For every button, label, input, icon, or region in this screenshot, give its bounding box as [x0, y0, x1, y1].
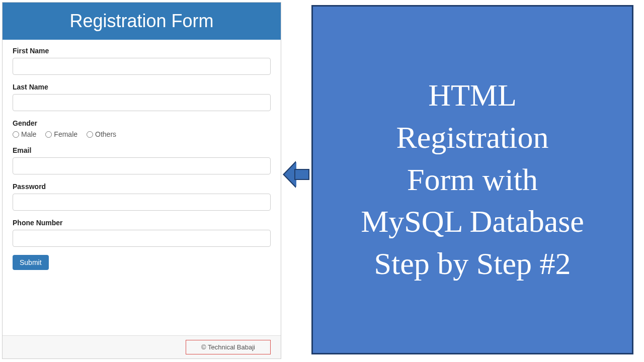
gender-male-radio[interactable] [13, 131, 19, 138]
form-title: Registration Form [3, 3, 281, 40]
form-body: First Name Last Name Gender Male Female [3, 40, 281, 335]
slide-title: HTML Registration Form with MySQL Databa… [361, 74, 584, 285]
copyright-text: © Technical Babaji [186, 340, 271, 354]
gender-male-label: Male [21, 130, 36, 138]
gender-others-option[interactable]: Others [87, 130, 116, 138]
submit-button[interactable]: Submit [13, 255, 49, 270]
password-group: Password [13, 183, 271, 211]
last-name-label: Last Name [13, 83, 271, 91]
first-name-input[interactable] [13, 58, 271, 75]
gender-radio-row: Male Female Others [13, 130, 271, 138]
gender-others-radio[interactable] [87, 131, 93, 138]
phone-group: Phone Number [13, 219, 271, 247]
first-name-label: First Name [13, 47, 271, 55]
gender-others-label: Others [95, 130, 116, 138]
gender-female-label: Female [54, 130, 77, 138]
gender-group: Gender Male Female Others [13, 119, 271, 138]
form-panel: Registration Form First Name Last Name G… [2, 2, 281, 359]
gender-female-option[interactable]: Female [45, 130, 77, 138]
email-label: Email [13, 146, 271, 154]
phone-input[interactable] [13, 230, 271, 247]
gender-female-radio[interactable] [45, 131, 52, 138]
phone-label: Phone Number [13, 219, 271, 227]
gender-label: Gender [13, 119, 271, 127]
gender-male-option[interactable]: Male [13, 130, 36, 138]
last-name-input[interactable] [13, 94, 271, 111]
arrow-left-icon [284, 161, 309, 188]
password-label: Password [13, 183, 271, 191]
slide-panel: HTML Registration Form with MySQL Databa… [311, 5, 633, 354]
footer: © Technical Babaji [3, 335, 281, 358]
email-group: Email [13, 146, 271, 174]
email-input[interactable] [13, 157, 271, 174]
first-name-group: First Name [13, 47, 271, 75]
last-name-group: Last Name [13, 83, 271, 111]
password-input[interactable] [13, 194, 271, 211]
